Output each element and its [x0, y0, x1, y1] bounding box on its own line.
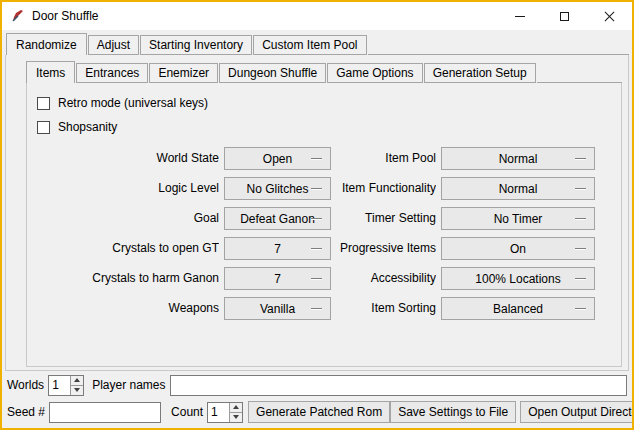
maximize-icon: [560, 12, 569, 21]
app-icon: [10, 8, 26, 24]
timer-setting-dropdown[interactable]: No Timer: [441, 207, 595, 230]
tab-generation-setup[interactable]: Generation Setup: [424, 63, 536, 83]
accessibility-dropdown[interactable]: 100% Locations: [441, 267, 595, 290]
dropdown-indicator-icon: [575, 158, 586, 160]
world-state-value: Open: [263, 152, 292, 166]
options-grid: World State Open Item Pool Normal Logic …: [35, 147, 595, 320]
logic-level-dropdown[interactable]: No Glitches: [224, 177, 331, 200]
down-arrow-icon: [74, 388, 80, 392]
dropdown-indicator-icon: [575, 218, 586, 220]
randomize-pane: Items Entrances Enemizer Dungeon Shuffle…: [5, 55, 629, 371]
crystals-harm-ganon-value: 7: [274, 272, 281, 286]
count-spinner: [207, 402, 243, 423]
tab-entrances[interactable]: Entrances: [76, 63, 148, 83]
seed-label: Seed #: [7, 405, 45, 419]
worlds-spinner: [48, 375, 84, 396]
worlds-up-button[interactable]: [70, 376, 83, 385]
dropdown-indicator-icon: [311, 158, 322, 160]
tab-items[interactable]: Items: [26, 61, 75, 83]
generate-patched-rom-button[interactable]: Generate Patched Rom: [248, 401, 390, 423]
count-spinner-arrows: [229, 403, 242, 422]
tab-game-options[interactable]: Game Options: [327, 63, 422, 83]
shopsanity-checkbox[interactable]: [37, 121, 50, 134]
accessibility-label: Accessibility: [336, 267, 436, 290]
caption-buttons: [497, 2, 632, 30]
inner-tab-filler: [537, 61, 622, 83]
tab-custom-item-pool[interactable]: Custom Item Pool: [253, 35, 366, 55]
worlds-label: Worlds: [7, 378, 44, 392]
crystals-open-gt-value: 7: [274, 242, 281, 256]
count-down-button[interactable]: [229, 412, 242, 422]
down-arrow-icon: [233, 415, 239, 419]
goal-label: Goal: [35, 207, 219, 230]
retro-mode-label: Retro mode (universal keys): [58, 96, 208, 110]
retro-mode-row: Retro mode (universal keys): [37, 93, 613, 113]
titlebar: Door Shuffle: [2, 2, 632, 30]
dropdown-indicator-icon: [575, 188, 586, 190]
minimize-icon: [515, 16, 525, 17]
seed-input[interactable]: [49, 402, 161, 423]
item-pool-value: Normal: [499, 152, 538, 166]
player-names-input[interactable]: [170, 375, 628, 396]
open-output-directory-button[interactable]: Open Output Directory: [520, 401, 634, 423]
worlds-spinner-arrows: [70, 376, 83, 395]
worlds-down-button[interactable]: [70, 385, 83, 395]
crystals-open-gt-dropdown[interactable]: 7: [224, 237, 331, 260]
dropdown-indicator-icon: [575, 308, 586, 310]
item-functionality-value: Normal: [499, 182, 538, 196]
shopsanity-label: Shopsanity: [58, 120, 117, 134]
worlds-input[interactable]: [49, 376, 70, 395]
crystals-open-gt-label: Crystals to open GT: [35, 237, 219, 260]
weapons-value: Vanilla: [260, 302, 295, 316]
tab-dungeon-shuffle[interactable]: Dungeon Shuffle: [219, 63, 326, 83]
dropdown-indicator-icon: [311, 188, 322, 190]
timer-setting-value: No Timer: [494, 212, 543, 226]
logic-level-label: Logic Level: [35, 177, 219, 200]
worlds-row: Worlds Player names: [7, 374, 627, 396]
progressive-items-value: On: [510, 242, 526, 256]
dropdown-indicator-icon: [311, 218, 322, 220]
tab-adjust[interactable]: Adjust: [88, 35, 139, 55]
tab-randomize[interactable]: Randomize: [6, 33, 87, 55]
item-functionality-dropdown[interactable]: Normal: [441, 177, 595, 200]
maximize-button[interactable]: [542, 2, 587, 30]
goal-dropdown[interactable]: Defeat Ganon: [224, 207, 331, 230]
crystals-harm-ganon-dropdown[interactable]: 7: [224, 267, 331, 290]
tab-starting-inventory[interactable]: Starting Inventory: [140, 35, 252, 55]
weapons-label: Weapons: [35, 297, 219, 320]
tab-enemizer[interactable]: Enemizer: [149, 63, 218, 83]
timer-setting-label: Timer Setting: [336, 207, 436, 230]
count-label: Count: [171, 405, 203, 419]
item-sorting-label: Item Sorting: [336, 297, 436, 320]
item-sorting-dropdown[interactable]: Balanced: [441, 297, 595, 320]
dropdown-indicator-icon: [311, 278, 322, 280]
dropdown-indicator-icon: [575, 278, 586, 280]
weapons-dropdown[interactable]: Vanilla: [224, 297, 331, 320]
seed-row: Seed # Count Generate Patched Rom Save S…: [7, 401, 627, 423]
item-functionality-label: Item Functionality: [336, 177, 436, 200]
item-pool-label: Item Pool: [336, 147, 436, 170]
dropdown-indicator-icon: [311, 248, 322, 250]
count-up-button[interactable]: [229, 403, 242, 412]
world-state-dropdown[interactable]: Open: [224, 147, 331, 170]
accessibility-value: 100% Locations: [475, 272, 560, 286]
minimize-button[interactable]: [497, 2, 542, 30]
retro-mode-checkbox[interactable]: [37, 97, 50, 110]
item-pool-dropdown[interactable]: Normal: [441, 147, 595, 170]
dropdown-indicator-icon: [311, 308, 322, 310]
progressive-items-label: Progressive Items: [336, 237, 436, 260]
player-names-label: Player names: [92, 378, 165, 392]
dropdown-indicator-icon: [575, 248, 586, 250]
window-title: Door Shuffle: [32, 9, 99, 23]
count-input[interactable]: [208, 403, 229, 422]
window-content: Randomize Adjust Starting Inventory Cust…: [2, 30, 632, 428]
crystals-harm-ganon-label: Crystals to harm Ganon: [35, 267, 219, 290]
up-arrow-icon: [233, 405, 239, 409]
outer-tab-filler: [368, 33, 630, 55]
shopsanity-row: Shopsanity: [37, 117, 613, 137]
save-settings-button[interactable]: Save Settings to File: [390, 401, 516, 423]
goal-value: Defeat Ganon: [240, 212, 315, 226]
item-sorting-value: Balanced: [493, 302, 543, 316]
close-button[interactable]: [587, 2, 632, 30]
progressive-items-dropdown[interactable]: On: [441, 237, 595, 260]
